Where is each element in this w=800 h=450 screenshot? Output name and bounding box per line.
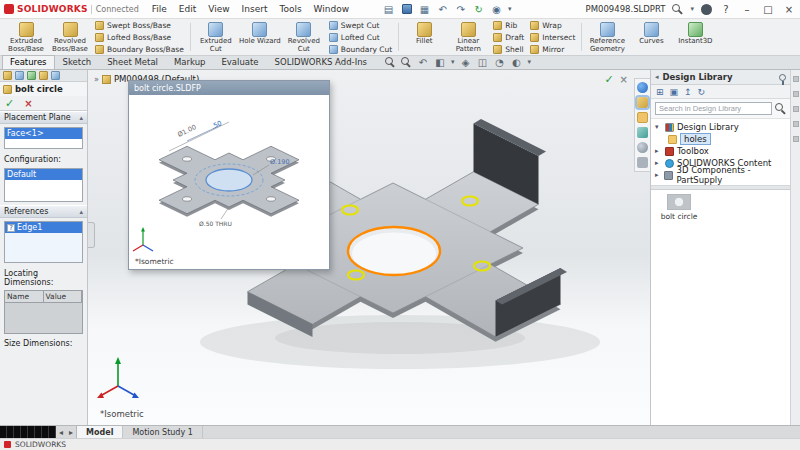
display-style-icon[interactable]: ◫ (477, 56, 489, 68)
menu-view[interactable]: View (203, 4, 234, 14)
menu-file[interactable]: File (147, 4, 172, 14)
refresh-icon[interactable]: ↻ (698, 87, 706, 97)
intersect-button[interactable]: Intersect (530, 32, 575, 42)
previous-view-icon[interactable]: ↶ (417, 56, 429, 68)
lofted-boss-base-button[interactable]: Lofted Boss/Base (95, 32, 184, 42)
displaymanager-tab-icon[interactable] (51, 71, 60, 80)
tree-item-toolbox[interactable]: ▸ Toolbox (651, 145, 790, 157)
zoom-area-icon[interactable] (401, 57, 412, 68)
user-avatar[interactable] (701, 4, 712, 15)
search-input[interactable] (655, 102, 772, 115)
tab-scroll-right-icon[interactable]: ▸ (66, 426, 76, 438)
ok-check-icon[interactable]: ✓ (5, 97, 14, 110)
graphics-viewport[interactable]: » PM009498 (Default) ✓ × bolt circle.SLD… (88, 70, 650, 425)
tab-scroll-left-icon[interactable]: ◂ (56, 426, 66, 438)
tab-features[interactable]: Features (2, 55, 55, 69)
tab-model[interactable]: Model (76, 426, 123, 438)
instant3d-button[interactable]: Instant3D (673, 20, 717, 54)
tab-sheet-metal[interactable]: Sheet Metal (99, 55, 166, 69)
dim-bolt-circle[interactable]: Ø1.00 (176, 123, 197, 139)
pin-icon[interactable] (779, 74, 786, 81)
dimxpertmanager-tab-icon[interactable] (39, 71, 48, 80)
references-header[interactable]: References ▴ (0, 205, 87, 218)
collapsed-caret-icon[interactable]: ▸ (655, 147, 662, 155)
linear-pattern-button[interactable]: Linear Pattern (446, 20, 490, 54)
mirror-button[interactable]: Mirror (530, 44, 575, 54)
section-view-icon[interactable]: ◧ (434, 56, 446, 68)
collapsed-caret-icon[interactable]: ▸ (655, 171, 661, 179)
view-settings-dropdown-icon[interactable]: ▾ (528, 58, 532, 66)
design-library-icon[interactable] (637, 97, 648, 108)
cancel-x-icon[interactable]: × (24, 98, 32, 109)
tab-sketch[interactable]: Sketch (55, 55, 100, 69)
locating-dimensions-table[interactable]: Name Value (4, 290, 83, 334)
menu-insert[interactable]: Insert (237, 4, 273, 14)
zoom-fit-icon[interactable] (385, 57, 396, 68)
preview-window-titlebar[interactable]: bolt circle.SLDFP (129, 81, 329, 95)
configuration-listbox[interactable]: Default (4, 168, 83, 202)
swept-boss-base-button[interactable]: Swept Boss/Base (95, 20, 184, 30)
references-selection-box[interactable]: ? Edge1 (4, 221, 83, 263)
view-palette-icon[interactable] (637, 127, 648, 138)
collapse-section-icon[interactable]: ▴ (79, 208, 83, 216)
placement-plane-selection-box[interactable]: Face<1> (4, 127, 83, 149)
up-one-level-icon[interactable]: ↥ (684, 87, 692, 97)
selected-edge-row[interactable]: ? Edge1 (5, 222, 82, 233)
tree-item-holes[interactable]: holes (651, 133, 790, 145)
side-tool-icon[interactable] (793, 121, 799, 127)
custom-properties-icon[interactable] (637, 157, 648, 168)
qat-dropdown-icon[interactable]: ▾ (508, 5, 512, 13)
print-icon[interactable]: ▦ (418, 3, 431, 16)
tab-solidworks-add-ins[interactable]: SOLIDWORKS Add-Ins (267, 55, 375, 69)
panel-flyout-handle[interactable] (88, 222, 95, 248)
rebuild-icon[interactable]: ↻ (472, 3, 485, 16)
side-tool-icon[interactable] (793, 91, 799, 97)
collapsed-caret-icon[interactable]: ▸ (655, 159, 662, 167)
fillet-button[interactable]: Fillet (402, 20, 446, 54)
collapse-panel-icon[interactable]: ◂ (655, 73, 659, 81)
save-icon[interactable] (400, 3, 413, 16)
close-icon[interactable]: × (782, 2, 796, 16)
search-dropdown-icon[interactable]: ▾ (690, 5, 694, 13)
expanded-caret-icon[interactable]: ▾ (655, 123, 662, 131)
appearances-icon[interactable] (637, 142, 648, 153)
rib-button[interactable]: Rib (493, 20, 524, 30)
tree-label-selected[interactable]: holes (680, 133, 711, 145)
3dexperience-icon[interactable] (637, 82, 648, 93)
confirm-cancel-icon[interactable]: × (620, 74, 628, 85)
menu-edit[interactable]: Edit (174, 4, 201, 14)
lofted-cut-button[interactable]: Lofted Cut (329, 32, 392, 42)
dim-hole-size[interactable]: Ø.190 (270, 158, 290, 166)
feature-preview-window[interactable]: bolt circle.SLDFP (128, 80, 330, 270)
tree-item-3d-components[interactable]: ▸ 3D Components - PartSupply (651, 169, 790, 181)
extruded-boss-base-button[interactable]: Extruded Boss/Base (4, 20, 48, 54)
curves-button[interactable]: Curves (629, 20, 673, 54)
extruded-cut-button[interactable]: Extruded Cut (194, 20, 238, 54)
options-icon[interactable]: ◉ (490, 3, 503, 16)
reference-geometry-button[interactable]: Reference Geometry (585, 20, 629, 54)
search-go-icon[interactable] (775, 103, 786, 114)
swept-cut-button[interactable]: Swept Cut (329, 20, 392, 30)
revolved-boss-base-button[interactable]: Revolved Boss/Base (48, 20, 92, 54)
boundary-cut-button[interactable]: Boundary Cut (329, 44, 392, 54)
confirm-ok-icon[interactable]: ✓ (604, 73, 613, 86)
hole-wizard-button[interactable]: Hole Wizard (238, 20, 282, 54)
selected-face-row[interactable]: Face<1> (5, 128, 82, 139)
propertymanager-tab-icon[interactable] (15, 71, 24, 80)
minimize-icon[interactable]: – (740, 2, 754, 16)
search-icon[interactable] (672, 4, 683, 15)
revolved-cut-button[interactable]: Revolved Cut (282, 20, 326, 54)
view-orientation-icon[interactable]: ◈ (460, 56, 472, 68)
collapse-section-icon[interactable]: ▴ (79, 114, 83, 122)
tree-item-design-library[interactable]: ▾ Design Library (651, 121, 790, 133)
wrap-button[interactable]: Wrap (530, 20, 575, 30)
side-tool-icon[interactable] (793, 76, 799, 82)
redo-icon[interactable]: ↷ (454, 3, 467, 16)
tab-markup[interactable]: Markup (166, 55, 213, 69)
menu-window[interactable]: Window (309, 4, 355, 14)
library-item-bolt-circle[interactable]: bolt circle (655, 194, 703, 221)
file-explorer-icon[interactable] (637, 112, 648, 123)
view-orientation-dropdown-icon[interactable]: ▾ (451, 58, 455, 66)
selected-configuration-row[interactable]: Default (5, 169, 82, 180)
hide-show-items-icon[interactable]: ◔ (494, 56, 506, 68)
